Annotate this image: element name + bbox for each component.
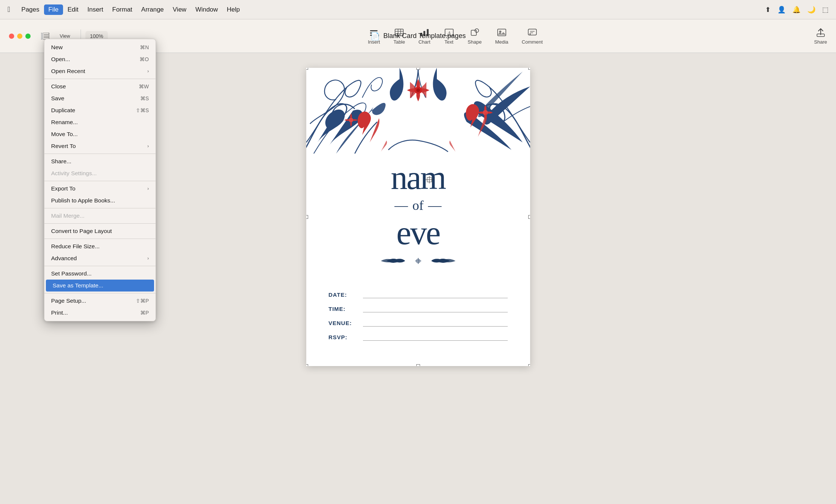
menu-open[interactable]: Open... ⌘O (44, 53, 156, 65)
menu-close-shortcut: ⌘W (139, 84, 149, 89)
menu-new-shortcut: ⌘N (140, 44, 149, 50)
menubar-help[interactable]: Help (222, 4, 244, 15)
menubar:  Pages File Edit Insert Format Arrange … (0, 0, 836, 19)
system-status-icons: ⬆ 👤 🔔 🌙 ⬚ (765, 6, 829, 14)
menu-page-setup-shortcut: ⇧⌘P (136, 298, 149, 304)
menu-sep-4 (44, 208, 156, 208)
window-container: View 100% 📄 Blank Card Template.pages In… (0, 19, 836, 504)
menubar-view[interactable]: View (168, 4, 191, 15)
rsvp-field: RSVP: (329, 333, 508, 341)
window-title: 📄 Blank Card Template.pages (370, 32, 466, 41)
svg-point-30 (416, 88, 420, 92)
menubar-file[interactable]: File (44, 4, 63, 15)
menu-save-template[interactable]: Save as Template... (46, 280, 154, 292)
selection-handle-mr (528, 215, 530, 219)
menu-set-password[interactable]: Set Password... (44, 268, 156, 280)
menubar-insert[interactable]: Insert (83, 4, 108, 15)
menu-reduce-size[interactable]: Reduce File Size... (44, 240, 156, 252)
menu-share[interactable]: Share... (44, 155, 156, 167)
svg-point-32 (349, 118, 353, 122)
menu-move-to-label: Move To... (51, 131, 78, 138)
share-button[interactable]: Share (814, 27, 827, 45)
menu-convert-layout-label: Convert to Page Layout (51, 228, 112, 234)
menu-page-setup-label: Page Setup... (51, 297, 86, 304)
menu-sep-3 (44, 181, 156, 181)
menu-activity-settings-label: Activity Settings... (51, 170, 97, 177)
upload-icon: ⬆ (765, 6, 771, 14)
menubar-format[interactable]: Format (108, 4, 137, 15)
menu-share-label: Share... (51, 158, 71, 165)
selection-handle-br (528, 364, 530, 366)
title-text: Blank Card Template.pages (383, 32, 466, 40)
menu-advanced-label: Advanced (51, 255, 77, 262)
menu-sep-6 (44, 239, 156, 239)
doc-text-area: nam of (306, 154, 530, 280)
menu-reduce-size-label: Reduce File Size... (51, 243, 100, 250)
minimize-button[interactable] (17, 34, 22, 39)
menu-advanced-arrow: › (147, 256, 149, 261)
file-icon: 📄 (370, 32, 380, 41)
menubar-window[interactable]: Window (191, 4, 222, 15)
menu-close-label: Close (51, 83, 66, 90)
menu-mail-merge-label: Mail Merge... (51, 212, 85, 219)
menu-publish-apple-books[interactable]: Publish to Apple Books... (44, 195, 156, 207)
menu-activity-settings: Activity Settings... (44, 167, 156, 179)
menu-save[interactable]: Save ⌘S (44, 92, 156, 104)
selection-handle-tr (528, 68, 530, 70)
menu-duplicate-label: Duplicate (51, 107, 75, 114)
doc-name-text: nam (321, 161, 515, 195)
venue-field: VENUE: (329, 319, 508, 327)
user-icon: 👤 (777, 6, 786, 14)
nightmode-icon: 🌙 (807, 6, 815, 14)
menu-duplicate[interactable]: Duplicate ⇧⌘S (44, 104, 156, 116)
selection-handle-tl (306, 68, 308, 70)
menu-duplicate-shortcut: ⇧⌘S (136, 107, 149, 113)
menu-advanced[interactable]: Advanced › (44, 252, 156, 264)
file-menu-dropdown: New ⌘N Open... ⌘O Open Recent › Close ⌘W… (44, 39, 156, 321)
fullscreen-button[interactable] (25, 34, 31, 39)
menu-convert-layout[interactable]: Convert to Page Layout (44, 225, 156, 237)
menu-new-label: New (51, 44, 63, 51)
traffic-lights (9, 34, 31, 39)
close-button[interactable] (9, 34, 14, 39)
svg-rect-1 (41, 33, 43, 40)
share-label: Share (814, 39, 827, 45)
notification-icon: 🔔 (792, 6, 801, 14)
menu-revert[interactable]: Revert To › (44, 140, 156, 152)
menu-sep-2 (44, 154, 156, 154)
menu-open-recent[interactable]: Open Recent › (44, 65, 156, 77)
date-field: DATE: (329, 291, 508, 298)
menu-open-recent-label: Open Recent (51, 68, 85, 75)
menu-rename-label: Rename... (51, 119, 78, 126)
document-page: nam of (306, 68, 530, 366)
menu-rename[interactable]: Rename... (44, 116, 156, 128)
menu-page-setup[interactable]: Page Setup... ⇧⌘P (44, 295, 156, 307)
menu-move-to[interactable]: Move To... (44, 128, 156, 140)
menu-set-password-label: Set Password... (51, 270, 92, 277)
media-button[interactable]: Media (489, 24, 514, 48)
menu-new[interactable]: New ⌘N (44, 41, 156, 53)
menubar-arrange[interactable]: Arrange (137, 4, 168, 15)
menu-close[interactable]: Close ⌘W (44, 81, 156, 92)
menu-open-shortcut: ⌘O (140, 56, 149, 62)
menu-print[interactable]: Print... ⌘P (44, 307, 156, 319)
comment-button[interactable]: Comment (516, 24, 549, 48)
doc-event-text: eve (321, 216, 515, 250)
selection-handle-ml (306, 215, 308, 219)
menu-sep-1 (44, 79, 156, 79)
menu-print-label: Print... (51, 309, 68, 316)
selection-handle-bl (306, 364, 308, 366)
menu-save-label: Save (51, 95, 64, 102)
menubar-pages[interactable]: Pages (17, 4, 44, 15)
menubar-edit[interactable]: Edit (63, 4, 83, 15)
apple-menu-icon[interactable]:  (7, 5, 10, 14)
doc-divider (321, 256, 515, 266)
menu-save-shortcut: ⌘S (140, 95, 149, 101)
selection-handle-bc (416, 364, 420, 366)
svg-point-33 (483, 110, 488, 115)
menu-sep-8 (44, 293, 156, 293)
menu-open-recent-arrow: › (147, 69, 149, 74)
menu-export-to[interactable]: Export To › (44, 183, 156, 195)
doc-of-text: of (321, 198, 515, 213)
svg-point-22 (475, 29, 479, 32)
